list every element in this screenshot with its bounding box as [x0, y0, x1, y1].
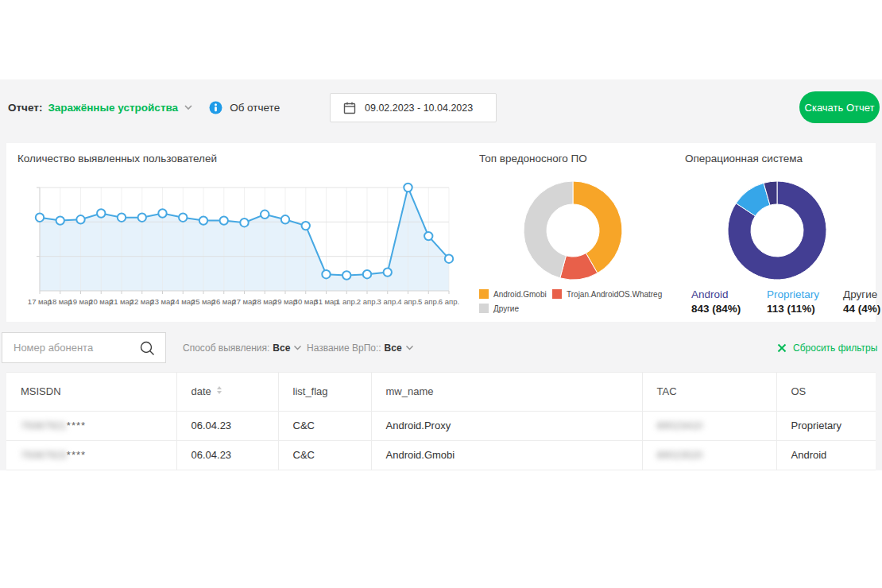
table-cell: C&C [278, 411, 371, 440]
svg-text:2 апр.: 2 апр. [357, 297, 377, 306]
table-cell: Proprietary [776, 411, 876, 440]
table-cell: Android [776, 440, 876, 470]
svg-text:5 апр.: 5 апр. [418, 297, 439, 306]
sort-icon[interactable] [217, 386, 222, 394]
search-box [2, 332, 166, 363]
malware-chart-title: Топ вредоносного ПО [479, 153, 587, 164]
report-type-selector[interactable]: Заражённые устройства [48, 102, 178, 114]
column-header-list_flag: list_flag [278, 373, 371, 411]
chevron-down-icon [293, 345, 302, 350]
os-segment-label: Proprietary113 (11%) [767, 288, 819, 316]
svg-text:1 апр.: 1 апр. [336, 297, 357, 306]
about-report-label: Об отчете [230, 102, 280, 114]
date-range-value: 09.02.2023 - 10.04.2023 [365, 103, 473, 114]
column-header-mw_name: mw_name [371, 373, 642, 411]
report-panel: Отчет: Заражённые устройства Об отчете 0… [0, 79, 882, 470]
os-segment-label: Другие44 (4%) [843, 288, 880, 316]
os-chart-title: Операционная система [685, 153, 803, 164]
report-label: Отчет: [8, 102, 42, 114]
table-cell: Android.Proxy [371, 411, 642, 440]
table-cell: 06.04.23 [176, 440, 278, 470]
table-row: 79367921****06.04.23C&CAndroid.Proxy8902… [6, 411, 876, 440]
legend-swatch [479, 304, 489, 313]
search-icon[interactable] [139, 340, 156, 357]
info-icon[interactable] [209, 101, 222, 114]
table-cell: Android.Gmobi [371, 440, 642, 470]
legend-swatch [552, 289, 562, 299]
os-segment-label: Android843 (84%) [691, 288, 741, 316]
malware-name-label: Название ВрПо:: [307, 342, 381, 354]
detection-method-value[interactable]: Все [273, 342, 302, 354]
chevron-down-icon[interactable] [184, 104, 193, 110]
svg-text:4 апр.: 4 апр. [397, 297, 418, 306]
table-cell: 79367923**** [6, 440, 176, 470]
column-header-date[interactable]: date [176, 373, 278, 411]
results-table: MSISDNdatelist_flagmw_nameTACOS79367921*… [6, 372, 876, 470]
os-donut-chart [728, 181, 826, 280]
reset-filters-button[interactable]: Сбросить фильтры [777, 332, 877, 363]
svg-text:31 мар: 31 мар [314, 297, 338, 306]
svg-text:3 апр.: 3 апр. [377, 297, 398, 306]
download-report-button[interactable]: Скачать Отчет [799, 91, 880, 123]
malware-name-filter: Название ВрПо:: Все [307, 332, 414, 363]
table-cell: 89023520 [642, 440, 776, 470]
table-cell: 06.04.23 [176, 411, 278, 440]
close-icon [777, 343, 787, 353]
table-row: 79367923****06.04.23C&CAndroid.Gmobi8902… [6, 440, 876, 470]
legend-item: Trojan.AndroidOS.Whatreg [552, 289, 662, 299]
malware-donut-chart [524, 181, 622, 280]
report-header: Отчет: Заражённые устройства Об отчете [8, 79, 280, 135]
table-cell: 89023410 [642, 411, 776, 440]
legend-item: Другие [479, 304, 519, 313]
reset-filters-label: Сбросить фильтры [793, 342, 877, 354]
column-header-msisdn: MSISDN [6, 373, 176, 411]
legend-swatch [479, 289, 489, 299]
chevron-down-icon [405, 345, 414, 350]
date-range-picker[interactable]: 09.02.2023 - 10.04.2023 [330, 93, 497, 122]
table-cell: C&C [278, 440, 371, 470]
users-line-chart: 17 мар18 мар19 мар20 мар21 мар22 мар23 м… [6, 143, 475, 322]
about-report[interactable]: Об отчете [209, 101, 280, 114]
calendar-icon [343, 102, 356, 114]
column-header-tac: TAC [642, 373, 776, 411]
detection-method-filter: Способ выявления: Все [183, 332, 302, 363]
malware-name-value[interactable]: Все [385, 342, 414, 354]
charts-card: Количество выявленных пользователей 17 м… [6, 143, 876, 322]
detection-method-label: Способ выявления: [183, 342, 269, 354]
legend-item: Android.Gmobi [479, 289, 547, 299]
column-header-os: OS [776, 373, 876, 411]
table-cell: 79367921**** [6, 411, 176, 440]
svg-text:6 апр.: 6 апр. [439, 297, 459, 306]
